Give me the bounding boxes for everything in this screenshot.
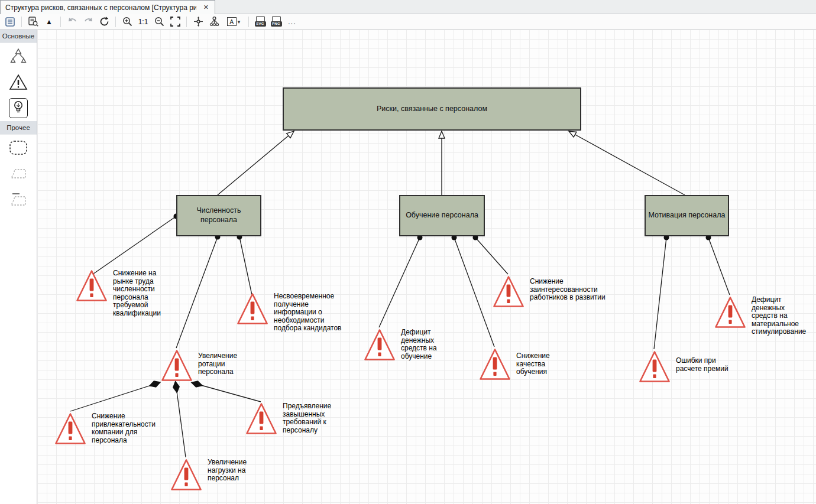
edge-risk bbox=[379, 238, 420, 327]
svg-file-icon: SVG bbox=[255, 16, 266, 28]
palette-item-risk-tree[interactable] bbox=[0, 43, 37, 69]
toolbar-separator bbox=[186, 17, 187, 27]
png-file-icon: PNG bbox=[271, 16, 282, 28]
warning-triangle-icon bbox=[170, 458, 202, 492]
auto-position-button[interactable] bbox=[192, 15, 205, 28]
risk-label: Предъявление завышенных требований к пер… bbox=[283, 402, 331, 434]
category-node-training[interactable]: Обучение персонала bbox=[399, 195, 485, 236]
redo-button[interactable] bbox=[82, 15, 95, 28]
risk-node[interactable]: Снижение на рынке труда численности перс… bbox=[76, 269, 161, 317]
zoom-actual-button[interactable]: 1:1 bbox=[137, 15, 150, 28]
edge-risk bbox=[93, 216, 176, 274]
risk-node[interactable]: Дефицит денежных средств на материальное… bbox=[714, 295, 806, 336]
risk-label: Снижение на рынке труда численности перс… bbox=[113, 269, 161, 317]
risk-node[interactable]: Несвоевременное получение информации о н… bbox=[237, 292, 341, 333]
palette-section-other[interactable]: Прочее bbox=[0, 121, 37, 135]
palette-item-warning[interactable] bbox=[0, 69, 37, 95]
light-bulb-icon bbox=[12, 100, 25, 114]
risk-label: Несвоевременное получение информации о н… bbox=[274, 292, 341, 333]
selected-shape-frame bbox=[9, 98, 28, 118]
risk-node[interactable]: Дефицит денежных средств на обучение bbox=[364, 328, 437, 362]
text-style-button[interactable]: A ▾ bbox=[224, 15, 244, 28]
edge-subrisk bbox=[176, 387, 186, 457]
warning-triangle-icon bbox=[493, 275, 524, 308]
category-node-headcount[interactable]: Численность персонала bbox=[176, 195, 261, 236]
edge-risk bbox=[475, 238, 508, 274]
palette-item-rounded-rect[interactable] bbox=[0, 135, 37, 161]
refresh-button[interactable] bbox=[98, 15, 111, 28]
risk-node[interactable]: Увеличение ротации персонала bbox=[161, 349, 237, 382]
palette-item-frame[interactable] bbox=[0, 187, 37, 213]
dashed-frame-icon bbox=[9, 192, 27, 207]
toolbar-separator bbox=[60, 17, 61, 27]
shape-palette: Основные Прочее bbox=[0, 30, 37, 504]
tab-title: Структура рисков, связанных с персоналом… bbox=[5, 4, 196, 12]
edge-generalization bbox=[218, 131, 294, 195]
risk-node[interactable]: Снижение качества обучения bbox=[479, 347, 550, 381]
risk-node[interactable]: Предъявление завышенных требований к пер… bbox=[245, 402, 331, 435]
tab-close-icon[interactable]: ✕ bbox=[202, 4, 210, 11]
diagram-canvas[interactable]: Риски, связанные с персоналом Численност… bbox=[37, 30, 816, 504]
zoom-fit-button[interactable] bbox=[169, 15, 182, 28]
risk-label: Ошибки при расчете премий bbox=[676, 350, 728, 373]
warning-triangle-icon bbox=[714, 295, 746, 329]
warning-triangle-icon bbox=[245, 402, 277, 435]
export-png-button[interactable]: PNG bbox=[270, 15, 283, 28]
palette-item-idea[interactable] bbox=[0, 95, 37, 121]
diamond-marker bbox=[148, 379, 163, 389]
edge-risk bbox=[454, 238, 494, 347]
risk-node[interactable]: Ошибки при расчете премий bbox=[639, 350, 728, 383]
palette-section-main[interactable]: Основные bbox=[0, 30, 37, 43]
warning-triangle-icon bbox=[8, 73, 28, 91]
undo-button[interactable] bbox=[66, 15, 79, 28]
more-button[interactable]: ... bbox=[286, 17, 299, 26]
toolbar-separator bbox=[248, 17, 249, 27]
edge-subrisk bbox=[70, 384, 155, 411]
risk-label: Снижение привлекательности компании для … bbox=[92, 412, 156, 444]
warning-triangle-icon bbox=[237, 292, 268, 326]
warning-triangle-icon bbox=[161, 349, 193, 382]
edge-risk bbox=[654, 238, 666, 349]
warning-triangle-icon bbox=[479, 347, 511, 381]
auto-layout-button[interactable] bbox=[208, 15, 221, 28]
text-style-icon: A bbox=[227, 17, 237, 26]
risk-node[interactable]: Снижение привлекательности компании для … bbox=[54, 412, 156, 446]
edge-generalization bbox=[569, 131, 685, 195]
dashed-callout-icon bbox=[9, 167, 27, 181]
tab-bar: Структура рисков, связанных с персоналом… bbox=[0, 0, 816, 14]
risk-label: Дефицит денежных средств на обучение bbox=[401, 328, 437, 360]
edge-risk bbox=[708, 238, 730, 295]
risk-label: Дефицит денежных средств на материальное… bbox=[752, 295, 806, 336]
tab-risk-structure[interactable]: Структура рисков, связанных с персоналом… bbox=[0, 0, 215, 14]
root-risk-node[interactable]: Риски, связанные с персоналом bbox=[283, 87, 581, 131]
properties-panel-button[interactable] bbox=[4, 15, 17, 28]
zoom-in-button[interactable] bbox=[121, 15, 134, 28]
edge-risk bbox=[239, 237, 252, 295]
risk-label: Увеличение ротации персонала bbox=[198, 349, 237, 376]
risk-label: Увеличение нагрузки на персонал bbox=[208, 458, 247, 483]
warning-triangle-icon bbox=[76, 269, 108, 303]
warning-triangle-icon bbox=[364, 328, 396, 362]
palette-item-callout[interactable] bbox=[0, 161, 37, 187]
category-node-motivation[interactable]: Мотивация персонала bbox=[645, 195, 729, 236]
toolbar-separator bbox=[21, 17, 22, 27]
find-preview-button[interactable] bbox=[27, 15, 40, 28]
risk-tree-icon bbox=[8, 47, 28, 65]
risk-node[interactable]: Снижение заинтересованности работников в… bbox=[493, 275, 605, 308]
chevron-down-icon: ▾ bbox=[238, 19, 241, 25]
edge-risk bbox=[176, 237, 218, 348]
toolbar: ▲ 1:1 A ▾ SVG PNG ... bbox=[0, 14, 816, 30]
toolbar-separator bbox=[115, 17, 116, 27]
risk-label: Снижение качества обучения bbox=[516, 347, 550, 376]
edge-subrisk bbox=[197, 384, 261, 402]
risk-node[interactable]: Увеличение нагрузки на персонал bbox=[170, 458, 247, 492]
export-svg-button[interactable]: SVG bbox=[254, 15, 267, 28]
warning-triangle-icon bbox=[54, 412, 86, 446]
collapse-button[interactable]: ▲ bbox=[43, 15, 56, 28]
warning-triangle-icon bbox=[639, 350, 671, 383]
dashed-rounded-rect-icon bbox=[9, 140, 28, 155]
risk-label: Снижение заинтересованности работников в… bbox=[530, 275, 605, 302]
zoom-out-button[interactable] bbox=[153, 15, 166, 28]
